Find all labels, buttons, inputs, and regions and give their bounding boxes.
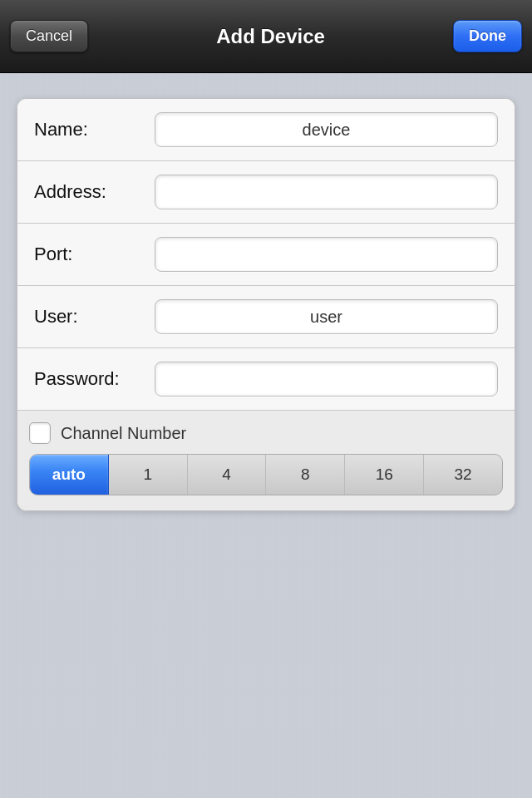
channel-option-32[interactable]: 32 bbox=[424, 455, 502, 495]
address-label: Address: bbox=[34, 181, 155, 203]
name-row: Name: bbox=[17, 99, 515, 161]
channel-label: Channel Number bbox=[61, 424, 186, 443]
password-input[interactable] bbox=[155, 362, 498, 397]
channel-header: Channel Number bbox=[29, 422, 186, 444]
name-input[interactable] bbox=[155, 112, 498, 147]
address-input[interactable] bbox=[155, 175, 498, 209]
address-row: Address: bbox=[17, 161, 515, 224]
form-card: Name: Address: Port: User: Password: Cha… bbox=[17, 98, 515, 511]
channel-section: Channel Number auto 1 4 8 16 32 bbox=[17, 411, 515, 510]
channel-option-1[interactable]: 1 bbox=[109, 455, 188, 495]
channel-checkbox[interactable] bbox=[29, 422, 51, 444]
channel-option-4[interactable]: 4 bbox=[188, 455, 267, 495]
port-row: Port: bbox=[17, 224, 515, 286]
navigation-bar: Cancel Add Device Done bbox=[0, 0, 532, 73]
page-title: Add Device bbox=[88, 25, 453, 48]
password-label: Password: bbox=[34, 368, 155, 390]
password-row: Password: bbox=[17, 348, 515, 411]
name-label: Name: bbox=[34, 119, 155, 140]
channel-option-8[interactable]: 8 bbox=[266, 455, 345, 495]
user-input[interactable] bbox=[155, 299, 498, 334]
port-input[interactable] bbox=[155, 237, 498, 272]
user-row: User: bbox=[17, 286, 515, 348]
done-button[interactable]: Done bbox=[453, 20, 522, 52]
channel-option-auto[interactable]: auto bbox=[30, 455, 109, 495]
user-label: User: bbox=[34, 306, 155, 328]
port-label: Port: bbox=[34, 244, 155, 265]
channel-option-16[interactable]: 16 bbox=[345, 455, 424, 495]
channel-segmented-control: auto 1 4 8 16 32 bbox=[29, 454, 503, 495]
cancel-button[interactable]: Cancel bbox=[10, 20, 88, 52]
